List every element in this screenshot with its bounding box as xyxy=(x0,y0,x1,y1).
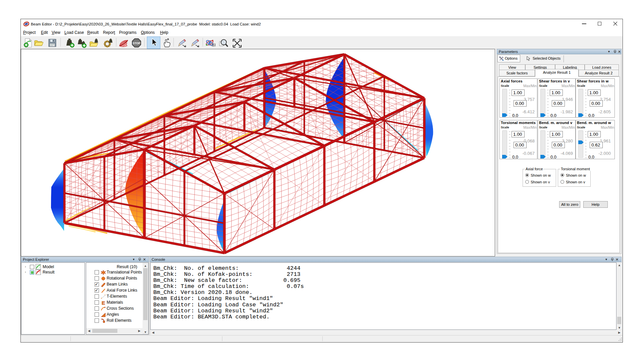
svg-text:E: E xyxy=(102,300,105,305)
svg-text:STOP: STOP xyxy=(133,42,141,45)
